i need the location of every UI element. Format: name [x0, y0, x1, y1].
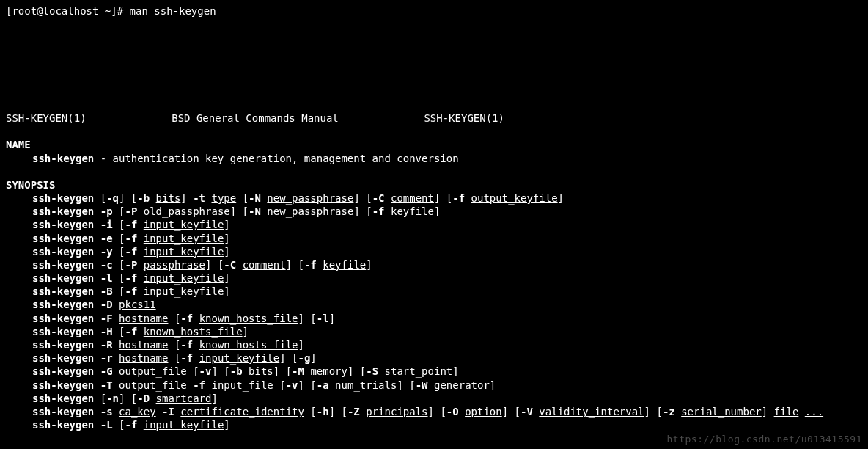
- synopsis-line: ssh-keygen -F hostname [-f known_hosts_f…: [32, 312, 862, 325]
- flag: -f: [372, 205, 385, 217]
- flag: -g: [298, 352, 311, 364]
- synopsis-line: ssh-keygen -l [-f input_keyfile]: [32, 271, 862, 285]
- arg: input_keyfile: [144, 246, 224, 258]
- flag: -f: [125, 219, 137, 230]
- arg: principals: [366, 406, 427, 417]
- synopsis-line: ssh-keygen -y [-f input_keyfile]: [32, 245, 862, 258]
- arg: option: [465, 406, 502, 417]
- flag: ssh-keygen: [32, 339, 94, 351]
- name-cmd: ssh-keygen: [32, 153, 94, 164]
- synopsis-line: ssh-keygen -r hostname [-f input_keyfile…: [32, 351, 862, 365]
- man-header-right: SSH-KEYGEN(1): [424, 112, 504, 125]
- flag: -b: [137, 192, 150, 204]
- flag: -D: [137, 393, 150, 404]
- flag: -R: [100, 339, 113, 351]
- synopsis-line: ssh-keygen -H [-f known_hosts_file]: [32, 325, 862, 338]
- arg: hostname: [119, 352, 168, 364]
- blank-area: [6, 18, 862, 112]
- flag: ssh-keygen: [32, 326, 94, 337]
- flag: ssh-keygen: [32, 419, 94, 431]
- flag: -M: [292, 365, 304, 377]
- section-synopsis-title: SYNOPSIS: [6, 178, 862, 191]
- arg: new_passphrase: [267, 205, 353, 217]
- flag: ssh-keygen: [32, 299, 94, 310]
- man-header-left: SSH-KEYGEN(1): [6, 112, 87, 125]
- flag: -f: [125, 419, 137, 431]
- flag: -T: [100, 379, 113, 391]
- arg: input_file: [211, 379, 273, 391]
- synopsis-line: ssh-keygen [-n] [-D smartcard]: [32, 392, 862, 405]
- flag: -f: [304, 259, 317, 271]
- synopsis-line: ssh-keygen -p [-P old_passphrase] [-N ne…: [32, 205, 862, 218]
- flag: -h: [317, 406, 329, 417]
- arg: hostname: [119, 313, 168, 324]
- arg: num_trials: [335, 379, 397, 391]
- arg: input_keyfile: [144, 285, 224, 297]
- flag: -V: [521, 406, 533, 417]
- arg: input_keyfile: [144, 272, 224, 284]
- flag: ssh-keygen: [32, 219, 94, 230]
- flag: -C: [224, 259, 236, 271]
- flag: -v: [199, 365, 212, 377]
- arg: output_keyfile: [471, 192, 558, 204]
- flag: -n: [106, 393, 119, 404]
- arg: keyfile: [323, 259, 366, 271]
- arg: bits: [249, 365, 273, 377]
- arg: input_keyfile: [199, 352, 280, 364]
- flag: -p: [100, 205, 113, 217]
- name-desc: - authentication key generation, managem…: [94, 153, 458, 164]
- arg: serial_number: [681, 406, 762, 417]
- arg: output_file: [119, 365, 187, 377]
- arg: new_passphrase: [267, 192, 353, 204]
- flag: -l: [317, 313, 329, 324]
- flag: ssh-keygen: [32, 352, 94, 364]
- synopsis-line: ssh-keygen -T output_file -f input_file …: [32, 379, 862, 392]
- flag: -f: [125, 272, 137, 284]
- synopsis-line: ssh-keygen -D pkcs11: [32, 298, 862, 311]
- man-header-center: BSD General Commands Manual: [172, 112, 339, 125]
- arg: input_keyfile: [144, 233, 224, 244]
- synopsis-line: ssh-keygen -B [-f input_keyfile]: [32, 285, 862, 298]
- arg: type: [211, 192, 236, 204]
- flag: -l: [100, 272, 113, 284]
- flag: -G: [100, 365, 113, 377]
- flag: -f: [180, 313, 193, 324]
- manpage-header: SSH-KEYGEN(1) BSD General Commands Manua…: [6, 112, 504, 125]
- arg: known_hosts_file: [144, 326, 243, 337]
- flag: -f: [125, 246, 137, 258]
- flag: -q: [106, 192, 119, 204]
- flag: ssh-keygen: [32, 233, 94, 244]
- flag: -i: [100, 219, 113, 230]
- flag: -c: [100, 259, 113, 271]
- arg: file: [774, 406, 799, 417]
- arg: generator: [434, 379, 490, 391]
- flag: ssh-keygen: [32, 259, 94, 271]
- flag: ssh-keygen: [32, 365, 94, 377]
- arg: comment: [243, 259, 286, 271]
- synopsis-line: ssh-keygen [-q] [-b bits] -t type [-N ne…: [32, 191, 862, 205]
- arg: hostname: [119, 339, 168, 351]
- flag: -H: [100, 326, 113, 337]
- synopsis-line: ssh-keygen -e [-f input_keyfile]: [32, 232, 862, 245]
- flag: -e: [100, 233, 113, 244]
- flag: ssh-keygen: [32, 393, 94, 404]
- section-synopsis-body: ssh-keygen [-q] [-b bits] -t type [-N ne…: [6, 191, 862, 431]
- shell-prompt[interactable]: [root@localhost ~]# man ssh-keygen: [6, 4, 862, 18]
- flag: -L: [100, 419, 113, 431]
- section-name-title: NAME: [6, 138, 862, 151]
- flag: -N: [249, 192, 261, 204]
- arg: keyfile: [391, 205, 434, 217]
- arg: pkcs11: [119, 299, 156, 310]
- flag: -S: [366, 365, 378, 377]
- arg: output_file: [119, 379, 187, 391]
- arg: comment: [391, 192, 434, 204]
- flag: -N: [249, 205, 261, 217]
- flag: -F: [100, 313, 113, 324]
- flag: ssh-keygen: [32, 406, 94, 417]
- flag: -z: [663, 406, 675, 417]
- arg: input_keyfile: [144, 219, 224, 230]
- arg: input_keyfile: [144, 419, 224, 431]
- arg: passphrase: [144, 259, 205, 271]
- flag: -P: [125, 259, 137, 271]
- arg: certificate_identity: [180, 406, 304, 417]
